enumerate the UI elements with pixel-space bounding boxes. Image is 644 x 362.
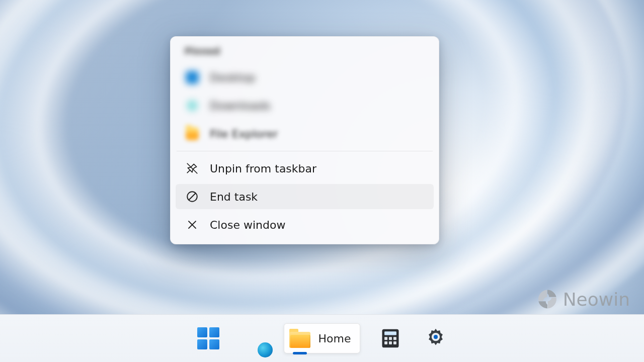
context-menu-item-unpin[interactable]: Unpin from taskbar	[176, 156, 434, 181]
context-menu-item-label: Close window	[210, 219, 285, 231]
svg-rect-6	[385, 331, 397, 335]
context-menu-item-label: Unpin from taskbar	[210, 162, 316, 175]
taskbar-center: Home	[193, 323, 451, 353]
prohibit-icon	[185, 189, 200, 204]
svg-line-2	[189, 194, 196, 200]
taskbar-app-edge[interactable]	[238, 323, 269, 353]
svg-rect-11	[389, 341, 392, 344]
watermark-text: Neowin	[563, 289, 630, 310]
jump-list-item-desktop[interactable]: Desktop	[176, 65, 434, 90]
close-icon	[185, 217, 200, 232]
svg-rect-12	[393, 341, 396, 344]
context-menu-item-end-task[interactable]: End task	[176, 184, 434, 209]
taskbar-app-settings[interactable]	[421, 323, 451, 353]
windows-start-icon	[197, 327, 219, 349]
folder-icon	[185, 126, 200, 141]
jump-list-item-downloads[interactable]: Downloads	[176, 93, 434, 118]
taskbar-app-label: Home	[318, 332, 351, 345]
svg-rect-7	[385, 337, 388, 340]
jump-list-label: Downloads	[210, 100, 271, 112]
jump-list-label: Desktop	[210, 71, 256, 84]
svg-rect-8	[389, 337, 392, 340]
folder-icon	[288, 327, 311, 350]
watermark: Neowin	[537, 289, 630, 310]
jump-list-label: File Explorer	[210, 128, 278, 140]
taskbar-context-menu: Pinned Desktop Downloads File Explorer U…	[170, 36, 439, 244]
downloads-icon	[185, 98, 200, 113]
taskbar-start-button[interactable]	[193, 323, 223, 353]
taskbar: Home	[0, 314, 644, 362]
active-app-indicator	[293, 352, 307, 354]
gear-icon	[424, 327, 447, 350]
neowin-logo-icon	[537, 289, 558, 310]
svg-rect-9	[393, 337, 396, 340]
context-menu-header: Pinned	[174, 42, 436, 63]
context-menu-item-close-window[interactable]: Close window	[176, 212, 434, 237]
calculator-icon	[379, 327, 401, 349]
taskbar-app-calculator[interactable]	[375, 323, 406, 353]
context-menu-item-label: End task	[210, 191, 258, 203]
taskbar-app-file-explorer[interactable]: Home	[284, 323, 361, 353]
unpin-icon	[185, 161, 200, 176]
jump-list-item-file-explorer[interactable]: File Explorer	[176, 121, 434, 146]
context-menu-divider	[177, 151, 433, 151]
svg-rect-10	[385, 341, 388, 344]
desktop-icon	[185, 70, 200, 85]
svg-point-14	[434, 335, 438, 339]
